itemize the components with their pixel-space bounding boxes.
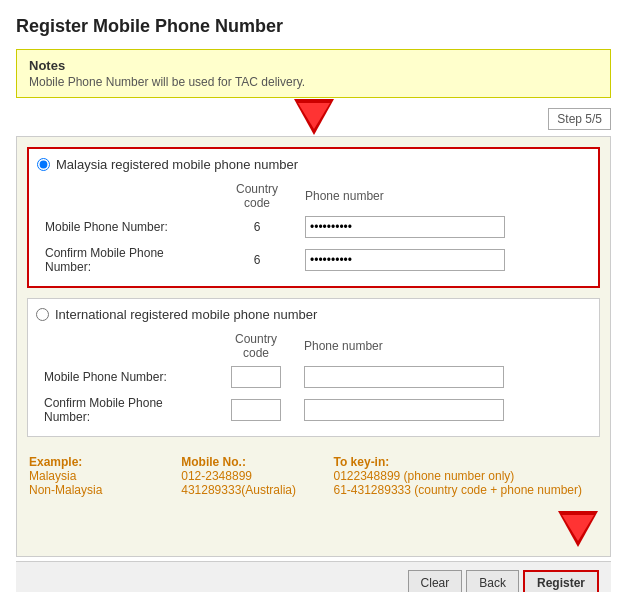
bottom-down-arrow-icon <box>558 511 598 550</box>
international-header: International registered mobile phone nu… <box>36 307 591 322</box>
step-badge: Step 5/5 <box>548 108 611 130</box>
international-mobile-label: Mobile Phone Number: <box>36 362 216 392</box>
international-country-code-input[interactable] <box>231 366 281 388</box>
intl-code-input-cell <box>216 362 296 392</box>
notes-title: Notes <box>29 58 598 73</box>
intl-confirm-code-input-cell <box>216 392 296 428</box>
malaysia-country-code-value: 6 <box>217 212 297 242</box>
intl-col-country-code: Country code <box>216 330 296 362</box>
down-arrow-icon <box>294 99 334 135</box>
example-label: Example: <box>29 455 161 469</box>
example-to-key-in-label: To key-in: <box>334 455 599 469</box>
clear-button[interactable]: Clear <box>408 570 463 592</box>
example-key-in-line2: 61-431289333 (country code + phone numbe… <box>334 483 599 497</box>
international-phone-table: Country code Phone number Mobile Phone N… <box>36 330 591 428</box>
international-section: International registered mobile phone nu… <box>27 298 600 437</box>
international-mobile-row: Mobile Phone Number: <box>36 362 591 392</box>
malaysia-confirm-input-cell <box>297 242 590 278</box>
page-title: Register Mobile Phone Number <box>16 16 611 37</box>
example-non-malaysia: Non-Malaysia <box>29 483 161 497</box>
intl-phone-input-cell <box>296 362 591 392</box>
international-radio[interactable] <box>36 308 49 321</box>
intl-col-phone-number: Phone number <box>296 330 591 362</box>
col-country-code-my: Country code <box>217 180 297 212</box>
notes-text: Mobile Phone Number will be used for TAC… <box>29 75 598 89</box>
main-content: Malaysia registered mobile phone number … <box>16 136 611 557</box>
example-malaysia-mobile: 012-2348899 <box>181 469 313 483</box>
example-col-numbers: Mobile No.: 012-2348899 431289333(Austra… <box>181 455 313 497</box>
svg-marker-1 <box>298 103 330 129</box>
example-non-malaysia-mobile: 431289333(Australia) <box>181 483 313 497</box>
malaysia-phone-input-cell <box>297 212 590 242</box>
malaysia-radio[interactable] <box>37 158 50 171</box>
malaysia-mobile-label: Mobile Phone Number: <box>37 212 217 242</box>
notes-box: Notes Mobile Phone Number will be used f… <box>16 49 611 98</box>
back-button[interactable]: Back <box>466 570 519 592</box>
intl-col-empty <box>36 330 216 362</box>
malaysia-section-label: Malaysia registered mobile phone number <box>56 157 298 172</box>
international-confirm-row: Confirm Mobile Phone Number: <box>36 392 591 428</box>
col-empty <box>37 180 217 212</box>
intl-confirm-input-cell <box>296 392 591 428</box>
example-mobile-no-label: Mobile No.: <box>181 455 313 469</box>
malaysia-mobile-row: Mobile Phone Number: 6 <box>37 212 590 242</box>
international-section-label: International registered mobile phone nu… <box>55 307 317 322</box>
international-confirm-input[interactable] <box>304 399 504 421</box>
col-phone-number-my: Phone number <box>297 180 590 212</box>
malaysia-phone-input[interactable] <box>305 216 505 238</box>
example-malaysia: Malaysia <box>29 469 161 483</box>
example-col-labels: Example: Malaysia Non-Malaysia <box>29 455 161 497</box>
malaysia-confirm-label: Confirm Mobile Phone Number: <box>37 242 217 278</box>
bottom-arrow-row <box>17 505 610 556</box>
malaysia-phone-table: Country code Phone number Mobile Phone N… <box>37 180 590 278</box>
malaysia-section: Malaysia registered mobile phone number … <box>27 147 600 288</box>
example-section: Example: Malaysia Non-Malaysia Mobile No… <box>17 447 610 505</box>
example-key-in-line1: 0122348899 (phone number only) <box>334 469 599 483</box>
international-confirm-label: Confirm Mobile Phone Number: <box>36 392 216 428</box>
international-phone-input[interactable] <box>304 366 504 388</box>
register-button[interactable]: Register <box>523 570 599 592</box>
svg-marker-3 <box>562 515 594 541</box>
malaysia-header: Malaysia registered mobile phone number <box>37 157 590 172</box>
footer-buttons: Clear Back Register <box>16 561 611 592</box>
step-row: Step 5/5 <box>16 108 611 130</box>
international-confirm-code-input[interactable] <box>231 399 281 421</box>
example-col-key-in: To key-in: 0122348899 (phone number only… <box>334 455 599 497</box>
malaysia-confirm-input[interactable] <box>305 249 505 271</box>
malaysia-confirm-code-value: 6 <box>217 242 297 278</box>
malaysia-confirm-row: Confirm Mobile Phone Number: 6 <box>37 242 590 278</box>
